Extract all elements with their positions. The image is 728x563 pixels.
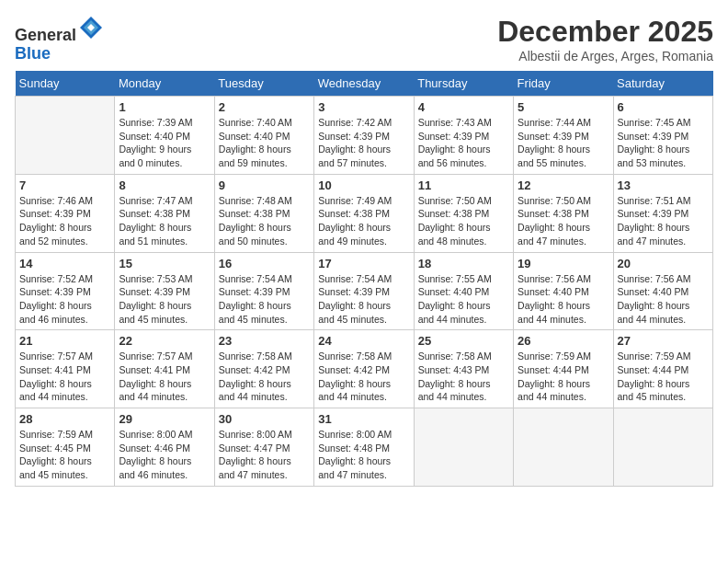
- logo: General Blue: [15, 15, 104, 63]
- calendar-cell: 17Sunrise: 7:54 AMSunset: 4:39 PMDayligh…: [314, 252, 414, 330]
- calendar-cell: 4Sunrise: 7:43 AMSunset: 4:39 PMDaylight…: [414, 97, 513, 175]
- cell-info: Sunrise: 7:50 AMSunset: 4:38 PMDaylight:…: [418, 194, 509, 248]
- day-number: 23: [219, 334, 310, 348]
- day-number: 6: [618, 100, 709, 114]
- cell-info: Sunrise: 7:49 AMSunset: 4:38 PMDaylight:…: [318, 194, 409, 248]
- calendar-cell: 6Sunrise: 7:45 AMSunset: 4:39 PMDaylight…: [613, 97, 712, 175]
- calendar-cell: 28Sunrise: 7:59 AMSunset: 4:45 PMDayligh…: [16, 408, 115, 487]
- calendar-cell: 2Sunrise: 7:40 AMSunset: 4:40 PMDaylight…: [214, 97, 313, 175]
- day-header-thursday: Thursday: [414, 71, 513, 97]
- cell-info: Sunrise: 7:57 AMSunset: 4:41 PMDaylight:…: [119, 350, 210, 404]
- cell-info: Sunrise: 8:00 AMSunset: 4:48 PMDaylight:…: [318, 428, 409, 482]
- day-number: 30: [219, 412, 310, 426]
- day-number: 8: [119, 178, 210, 192]
- calendar-week-row: 14Sunrise: 7:52 AMSunset: 4:39 PMDayligh…: [16, 252, 713, 330]
- calendar-cell: 24Sunrise: 7:58 AMSunset: 4:42 PMDayligh…: [314, 330, 414, 408]
- calendar-cell: [414, 408, 513, 487]
- day-number: 10: [318, 178, 409, 192]
- cell-info: Sunrise: 7:58 AMSunset: 4:42 PMDaylight:…: [318, 350, 409, 404]
- day-number: 2: [219, 100, 310, 114]
- day-number: 26: [518, 334, 609, 348]
- day-number: 12: [518, 178, 609, 192]
- day-number: 25: [418, 334, 509, 348]
- calendar-cell: 16Sunrise: 7:54 AMSunset: 4:39 PMDayligh…: [214, 252, 313, 330]
- calendar-cell: 25Sunrise: 7:58 AMSunset: 4:43 PMDayligh…: [414, 330, 513, 408]
- cell-info: Sunrise: 7:52 AMSunset: 4:39 PMDaylight:…: [19, 272, 110, 327]
- calendar-header-row: SundayMondayTuesdayWednesdayThursdayFrid…: [16, 71, 713, 97]
- day-header-monday: Monday: [115, 71, 214, 97]
- calendar-cell: 21Sunrise: 7:57 AMSunset: 4:41 PMDayligh…: [16, 330, 115, 408]
- day-number: 7: [19, 178, 110, 192]
- day-number: 3: [318, 100, 409, 114]
- day-number: 18: [418, 257, 509, 270]
- day-number: 21: [19, 334, 110, 348]
- calendar-cell: 23Sunrise: 7:58 AMSunset: 4:42 PMDayligh…: [214, 330, 313, 408]
- calendar-week-row: 1Sunrise: 7:39 AMSunset: 4:40 PMDaylight…: [16, 97, 713, 175]
- calendar-cell: 31Sunrise: 8:00 AMSunset: 4:48 PMDayligh…: [314, 408, 414, 487]
- calendar-cell: 15Sunrise: 7:53 AMSunset: 4:39 PMDayligh…: [115, 252, 214, 330]
- day-number: 17: [318, 257, 409, 270]
- calendar-cell: 18Sunrise: 7:55 AMSunset: 4:40 PMDayligh…: [414, 252, 513, 330]
- calendar-cell: 7Sunrise: 7:46 AMSunset: 4:39 PMDaylight…: [16, 174, 115, 252]
- day-number: 31: [318, 412, 409, 426]
- day-number: 22: [119, 334, 210, 348]
- calendar-cell: 11Sunrise: 7:50 AMSunset: 4:38 PMDayligh…: [414, 174, 513, 252]
- day-number: 16: [219, 257, 310, 270]
- cell-info: Sunrise: 7:57 AMSunset: 4:41 PMDaylight:…: [19, 350, 110, 404]
- month-title: December 2025: [497, 15, 713, 49]
- cell-info: Sunrise: 7:42 AMSunset: 4:39 PMDaylight:…: [318, 116, 409, 170]
- cell-info: Sunrise: 7:48 AMSunset: 4:38 PMDaylight:…: [219, 194, 310, 248]
- cell-info: Sunrise: 7:59 AMSunset: 4:44 PMDaylight:…: [518, 350, 609, 404]
- logo-icon: [78, 15, 104, 40]
- calendar-cell: [16, 97, 115, 175]
- calendar-cell: 13Sunrise: 7:51 AMSunset: 4:39 PMDayligh…: [613, 174, 712, 252]
- cell-info: Sunrise: 7:40 AMSunset: 4:40 PMDaylight:…: [219, 116, 310, 170]
- calendar-cell: 5Sunrise: 7:44 AMSunset: 4:39 PMDaylight…: [514, 97, 613, 175]
- day-number: 27: [618, 334, 709, 348]
- cell-info: Sunrise: 7:56 AMSunset: 4:40 PMDaylight:…: [518, 272, 609, 327]
- day-number: 20: [618, 257, 709, 270]
- calendar-cell: 10Sunrise: 7:49 AMSunset: 4:38 PMDayligh…: [314, 174, 414, 252]
- cell-info: Sunrise: 8:00 AMSunset: 4:47 PMDaylight:…: [219, 428, 310, 482]
- calendar-cell: 9Sunrise: 7:48 AMSunset: 4:38 PMDaylight…: [214, 174, 313, 252]
- day-number: 9: [219, 178, 310, 192]
- calendar-cell: 12Sunrise: 7:50 AMSunset: 4:38 PMDayligh…: [514, 174, 613, 252]
- cell-info: Sunrise: 7:55 AMSunset: 4:40 PMDaylight:…: [418, 272, 509, 327]
- calendar-cell: 27Sunrise: 7:59 AMSunset: 4:44 PMDayligh…: [613, 330, 712, 408]
- calendar-cell: 19Sunrise: 7:56 AMSunset: 4:40 PMDayligh…: [514, 252, 613, 330]
- day-number: 28: [19, 412, 110, 426]
- calendar-cell: 3Sunrise: 7:42 AMSunset: 4:39 PMDaylight…: [314, 97, 414, 175]
- day-header-sunday: Sunday: [16, 71, 115, 97]
- calendar-cell: 1Sunrise: 7:39 AMSunset: 4:40 PMDaylight…: [115, 97, 214, 175]
- calendar-cell: 26Sunrise: 7:59 AMSunset: 4:44 PMDayligh…: [514, 330, 613, 408]
- day-number: 29: [119, 412, 210, 426]
- calendar-week-row: 7Sunrise: 7:46 AMSunset: 4:39 PMDaylight…: [16, 174, 713, 252]
- day-number: 11: [418, 178, 509, 192]
- location-title: Albestii de Arges, Arges, Romania: [497, 49, 713, 63]
- calendar-cell: 30Sunrise: 8:00 AMSunset: 4:47 PMDayligh…: [214, 408, 313, 487]
- day-header-saturday: Saturday: [613, 71, 712, 97]
- cell-info: Sunrise: 7:47 AMSunset: 4:38 PMDaylight:…: [119, 194, 210, 248]
- day-number: 24: [318, 334, 409, 348]
- calendar-cell: [514, 408, 613, 487]
- logo-general: General: [15, 26, 76, 44]
- calendar-week-row: 21Sunrise: 7:57 AMSunset: 4:41 PMDayligh…: [16, 330, 713, 408]
- calendar-cell: 14Sunrise: 7:52 AMSunset: 4:39 PMDayligh…: [16, 252, 115, 330]
- cell-info: Sunrise: 7:44 AMSunset: 4:39 PMDaylight:…: [518, 116, 609, 170]
- day-header-friday: Friday: [514, 71, 613, 97]
- cell-info: Sunrise: 7:59 AMSunset: 4:45 PMDaylight:…: [19, 428, 110, 482]
- calendar-week-row: 28Sunrise: 7:59 AMSunset: 4:45 PMDayligh…: [16, 408, 713, 487]
- calendar-cell: [613, 408, 712, 487]
- day-header-wednesday: Wednesday: [314, 71, 414, 97]
- logo-blue: Blue: [15, 44, 51, 63]
- cell-info: Sunrise: 7:58 AMSunset: 4:42 PMDaylight:…: [219, 350, 310, 404]
- day-number: 13: [618, 178, 709, 192]
- day-number: 4: [418, 100, 509, 114]
- day-number: 1: [119, 100, 210, 114]
- calendar-cell: 22Sunrise: 7:57 AMSunset: 4:41 PMDayligh…: [115, 330, 214, 408]
- cell-info: Sunrise: 7:39 AMSunset: 4:40 PMDaylight:…: [119, 116, 210, 170]
- cell-info: Sunrise: 7:50 AMSunset: 4:38 PMDaylight:…: [518, 194, 609, 248]
- page-header: General Blue December 2025 Albestii de A…: [15, 15, 713, 63]
- cell-info: Sunrise: 7:54 AMSunset: 4:39 PMDaylight:…: [219, 272, 310, 327]
- cell-info: Sunrise: 7:51 AMSunset: 4:39 PMDaylight:…: [618, 194, 709, 248]
